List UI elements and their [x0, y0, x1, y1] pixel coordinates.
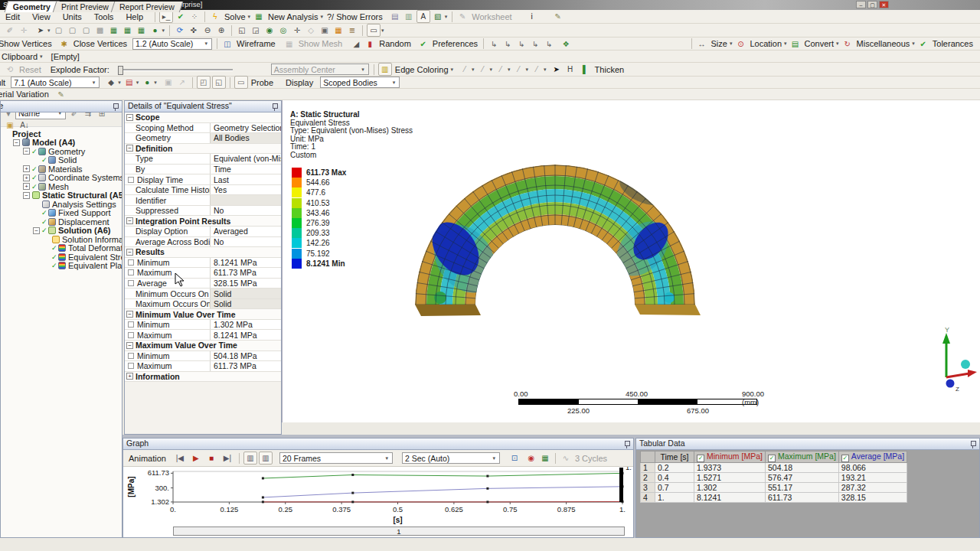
details-row[interactable]: Minimum504.18 MPa [125, 351, 281, 362]
column-header[interactable]: ✓Average [MPa] [838, 452, 906, 463]
vertex-scale-select[interactable]: 1.2 (Auto Scale)▾ [132, 38, 212, 50]
miscellaneous-button[interactable]: Miscellaneous [857, 39, 910, 48]
image-capture-icon[interactable]: ▦ [332, 24, 345, 36]
details-row[interactable]: Minimum8.1241 MPa [125, 258, 281, 269]
column-header[interactable]: ✓Minimum [MPa] [694, 452, 766, 463]
column-header[interactable]: Time [s] [655, 452, 694, 463]
tree-item-geometry[interactable]: −✓Geometry [1, 147, 122, 156]
size-icon[interactable]: ↔ [696, 38, 708, 50]
pin-icon[interactable] [971, 441, 976, 446]
reset-button[interactable]: Reset [19, 65, 41, 74]
details-row[interactable]: GeometryAll Bodies [125, 133, 281, 144]
dropdown-arrow-icon[interactable]: ▾ [544, 67, 547, 73]
tree-item-solid[interactable]: ✓Solid [1, 156, 122, 165]
details-row[interactable]: Display OptionAveraged [125, 227, 281, 237]
parameter-checkbox[interactable] [128, 259, 134, 266]
maximize-button[interactable]: ▢ [867, 1, 877, 8]
select-edges-icon[interactable]: ▦ [122, 24, 134, 36]
archive-icon[interactable]: ≣ [346, 24, 358, 36]
location-icon[interactable]: ⊙ [734, 38, 746, 50]
thicken-icon[interactable]: ▌ [580, 64, 592, 75]
new-analysis-icon[interactable]: ▦ [253, 11, 265, 22]
worksheet-icon[interactable]: ✎ [456, 11, 469, 22]
manage-views-icon[interactable]: ▣ [318, 24, 331, 36]
dropdown-arrow-icon[interactable]: ▾ [248, 14, 251, 20]
chart-icon[interactable]: ▥ [403, 11, 415, 22]
details-row[interactable]: Maximum611.73 MPa [125, 268, 281, 279]
dropdown-arrow-icon[interactable]: ▾ [445, 14, 448, 20]
comment-icon[interactable]: ▤ [389, 11, 401, 22]
edge-direction-icon-3[interactable]: ↳ [515, 38, 528, 50]
dropdown-arrow-icon[interactable]: ▾ [385, 455, 388, 461]
dropdown-arrow-icon[interactable]: ▾ [162, 28, 165, 34]
column-checkbox[interactable]: ✓ [768, 455, 776, 462]
details-row[interactable]: SuppressedNo [125, 206, 281, 217]
parameter-checkbox[interactable] [128, 177, 134, 183]
edge-coloring-icon[interactable]: ▥ [378, 63, 392, 76]
edge-type-icon-1[interactable]: ⁄ [459, 64, 471, 75]
dropdown-arrow-icon[interactable]: ▾ [136, 80, 139, 86]
pin-icon[interactable] [273, 103, 278, 109]
pan-icon[interactable]: ✜ [188, 24, 200, 36]
tree-expander-icon[interactable]: − [23, 148, 30, 155]
details-category[interactable]: −Maximum Value Over Time [125, 341, 281, 351]
time-distribution-icon[interactable]: ▥ [259, 452, 273, 465]
dropdown-arrow-icon[interactable]: ▾ [472, 67, 475, 73]
dropdown-arrow-icon[interactable]: ▾ [381, 28, 384, 34]
play-icon[interactable]: ▶ [189, 452, 203, 464]
category-expander-icon[interactable]: − [126, 217, 133, 224]
stop-icon[interactable]: ■ [204, 452, 218, 464]
column-header[interactable]: ✓Maximum [MPa] [766, 452, 839, 463]
menu-edit[interactable]: Edit [5, 12, 20, 21]
dropdown-arrow-icon[interactable]: ▾ [730, 41, 733, 47]
time-slider[interactable]: 1 [173, 527, 625, 536]
worksheet-button[interactable]: Worksheet [472, 12, 511, 21]
size-button[interactable]: Size [711, 39, 727, 48]
wireframe-icon[interactable]: ◫ [221, 38, 234, 50]
parameter-checkbox[interactable] [128, 269, 134, 276]
close-vertices-icon[interactable]: ✱ [58, 38, 70, 50]
dropdown-arrow-icon[interactable]: ▾ [508, 67, 511, 73]
duration-select[interactable]: 2 Sec (Auto)▾ [402, 452, 500, 464]
details-category[interactable]: −Minimum Value Over Time [125, 309, 281, 320]
go-to-start-icon[interactable]: |◀ [172, 452, 188, 464]
annotation-icon[interactable]: A [416, 10, 430, 23]
parameter-checkbox[interactable] [128, 332, 134, 338]
edge-direction-icon-5[interactable]: ↳ [543, 38, 555, 50]
location-button[interactable]: Location [750, 39, 782, 48]
tag-icon[interactable]: ✎ [552, 11, 564, 22]
tree-item-static-structural-a5-[interactable]: −Static Structural (A5) [1, 191, 122, 201]
isometric-view-icon[interactable]: ✛ [291, 24, 303, 36]
insert-dots-icon[interactable]: ⁘ [188, 11, 201, 22]
details-row[interactable]: Calculate Time HistoryYes [125, 185, 281, 196]
result-set-distribution-icon[interactable]: ▥ [243, 452, 257, 465]
details-category[interactable]: −Results [125, 247, 281, 258]
display-select[interactable]: Scoped Bodies▾ [320, 77, 400, 88]
parameter-checkbox[interactable] [128, 353, 134, 359]
update-result-icon[interactable]: ▦ [539, 452, 551, 464]
menu-help[interactable]: Help [126, 12, 143, 21]
annotation-preferences-icon[interactable]: ◢ [350, 38, 362, 50]
edge-coloring-button[interactable]: Edge Coloring [395, 65, 449, 74]
preferences-icon[interactable]: ✔ [417, 38, 430, 50]
thicken-button[interactable]: Thicken [595, 65, 625, 74]
details-row[interactable]: Identifier [125, 195, 281, 206]
tree-item-analysis-settings[interactable]: Analysis Settings [1, 200, 122, 209]
tolerances-button[interactable]: Tolerances [933, 39, 973, 48]
stress-time-chart[interactable]: 611.73300.1.3020.0.1250.250.3750.50.6250… [123, 467, 633, 525]
model-arch[interactable] [283, 100, 980, 422]
tab-geometry[interactable]: Geometry [5, 1, 60, 12]
expand-all-cube-icon[interactable]: ❖ [560, 38, 572, 50]
export-video-icon[interactable]: ⊡ [508, 452, 521, 464]
random-button[interactable]: Random [379, 39, 411, 48]
minimize-button[interactable]: – [856, 1, 866, 8]
dropdown-arrow-icon[interactable]: ▾ [47, 28, 51, 34]
category-expander-icon[interactable]: + [126, 373, 133, 380]
clipboard-button[interactable]: Clipboard [2, 52, 38, 61]
miscellaneous-icon[interactable]: ↻ [841, 38, 854, 50]
thin-edges-icon[interactable]: H [564, 64, 577, 75]
copy-result-icon[interactable]: ▣ [162, 77, 175, 88]
tree-item-displacement[interactable]: ✓Displacement [1, 217, 122, 227]
rotate-icon[interactable]: ⟳ [174, 24, 186, 36]
dropdown-arrow-icon[interactable]: ▾ [526, 67, 529, 73]
